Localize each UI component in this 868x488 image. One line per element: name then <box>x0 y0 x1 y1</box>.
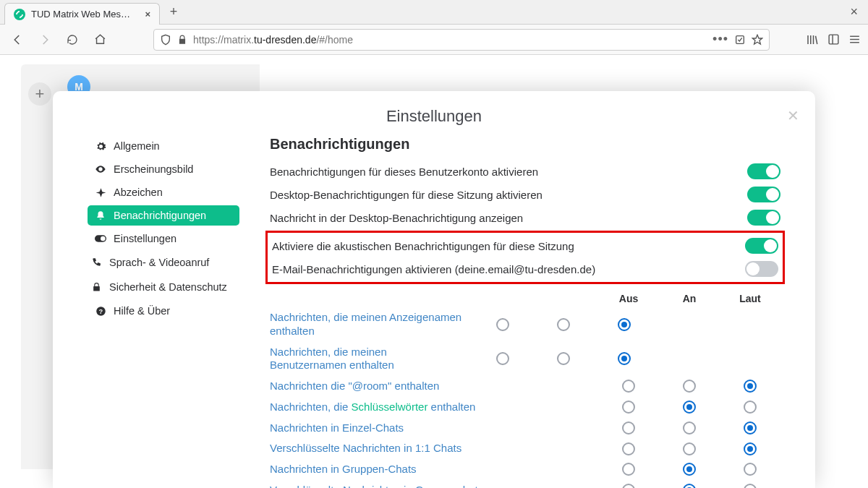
sidebar-item-label: Einstellungen <box>114 233 176 244</box>
library-icon[interactable] <box>806 33 819 46</box>
sidebar-item-label: Erscheinungsbild <box>114 163 193 175</box>
toggle-label: Desktop-Benachrichtigungen für diese Sit… <box>270 189 542 201</box>
permissions-shield-icon[interactable] <box>734 34 746 46</box>
toggle-row: Benachrichtigungen für dieses Benutzerko… <box>270 160 780 183</box>
rule-row: Nachrichten in Einzel-Chats <box>270 418 780 439</box>
rule-row: Verschlüsselte Nachrichten in 1:1 Chats <box>270 438 780 459</box>
radio-on[interactable] <box>683 463 696 476</box>
rule-label[interactable]: Nachrichten in Einzel-Chats <box>270 421 598 435</box>
toggle-row: Desktop-Benachrichtigungen für diese Sit… <box>270 183 780 206</box>
rule-label[interactable]: Nachrichten die "@room" enthalten <box>270 380 598 393</box>
sidebar-item-appearance[interactable]: Erscheinungsbild <box>88 159 239 179</box>
sidebar-item-label: Hilfe & Über <box>114 305 170 317</box>
radio-on[interactable] <box>683 442 696 455</box>
toggle-label: Nachricht in der Desktop-Benachrichtigun… <box>270 212 523 224</box>
sidebar-item-help[interactable]: ?Hilfe & Über <box>88 301 239 321</box>
home-button[interactable] <box>90 30 110 50</box>
col-off: Aus <box>598 293 659 304</box>
toggle-switch[interactable] <box>747 210 780 226</box>
svg-text:?: ? <box>98 307 102 314</box>
sidebar-item-general[interactable]: Allgemein <box>88 136 239 156</box>
sidebar-item-voice[interactable]: Sprach- & Videoanruf <box>88 252 239 273</box>
sidebar-item-label: Sprach- & Videoanruf <box>109 256 209 269</box>
settings-tabs: AllgemeinErscheinungsbildAbzeichenBenach… <box>88 136 239 488</box>
radio-on[interactable] <box>557 352 570 365</box>
radio-off[interactable] <box>622 401 635 414</box>
radio-on[interactable] <box>683 380 696 393</box>
col-on: An <box>659 293 720 304</box>
lock-icon[interactable] <box>177 35 187 45</box>
rule-row: Nachrichten in Gruppen-Chats <box>270 459 780 480</box>
radio-off[interactable] <box>622 463 635 476</box>
close-tab-icon[interactable]: × <box>145 9 150 20</box>
radio-loud[interactable] <box>618 318 631 331</box>
toggle-switch[interactable] <box>745 238 778 254</box>
browser-toolbar: https://matrix.tu-dresden.de/#/home ••• <box>0 25 868 55</box>
rule-label[interactable]: Verschlüsselte Nachrichten in 1:1 Chats <box>270 442 598 455</box>
tracking-shield-icon[interactable] <box>160 34 171 46</box>
plus-icon <box>95 187 106 198</box>
bookmark-star-icon[interactable] <box>752 34 763 46</box>
radio-off[interactable] <box>496 318 509 331</box>
radio-off[interactable] <box>496 352 509 365</box>
browser-tab-strip: TUD Matrix Web Messeng × + × <box>0 0 868 25</box>
radio-on[interactable] <box>683 484 696 488</box>
app-menu-icon[interactable] <box>848 33 861 46</box>
browser-tab[interactable]: TUD Matrix Web Messeng × <box>4 3 160 25</box>
toggle-label: E-Mail-Benachrichtigungen aktivieren (de… <box>272 263 595 275</box>
sidebar-item-notifications[interactable]: Benachrichtigungen <box>88 205 239 226</box>
new-tab-button[interactable]: + <box>164 3 183 22</box>
rule-row: Verschlüsselte Nachrichten in Gruppencha… <box>270 480 780 488</box>
radio-off[interactable] <box>622 484 635 488</box>
url-bar[interactable]: https://matrix.tu-dresden.de/#/home ••• <box>153 29 770 51</box>
toggle-label: Aktiviere die akustischen Benachrichtigu… <box>272 240 574 252</box>
sidebar-item-label: Abzeichen <box>114 187 163 198</box>
question-icon: ? <box>95 305 106 317</box>
toggle-row: E-Mail-Benachrichtigungen aktivieren (de… <box>272 257 778 281</box>
rule-label[interactable]: Verschlüsselte Nachrichten in Gruppencha… <box>270 484 598 488</box>
sidebar-item-security[interactable]: Sicherheit & Datenschutz <box>88 276 239 298</box>
reload-button[interactable] <box>62 30 82 50</box>
rule-label[interactable]: Nachrichten, die meinen Anzeigenamen ent… <box>270 311 472 338</box>
radio-on[interactable] <box>683 421 696 435</box>
section-heading: Benachrichtigungen <box>270 136 780 153</box>
svg-marker-11 <box>95 188 106 197</box>
rule-row: Nachrichten, die meinen Benutzernamen en… <box>270 342 780 377</box>
sidebar-item-label: Benachrichtigungen <box>114 210 206 221</box>
close-dialog-button[interactable]: ✕ <box>787 107 799 124</box>
nav-back-button[interactable] <box>7 30 27 50</box>
sidebar-toggle-icon[interactable] <box>827 33 840 46</box>
radio-on[interactable] <box>557 318 570 331</box>
radio-on[interactable] <box>683 401 696 414</box>
svg-line-5 <box>816 35 817 43</box>
radio-loud[interactable] <box>744 401 757 414</box>
radio-off[interactable] <box>622 380 635 393</box>
sidebar-item-label: Sicherheit & Datenschutz <box>109 281 227 294</box>
radio-loud[interactable] <box>744 421 757 435</box>
radio-loud[interactable] <box>744 463 757 476</box>
page-actions-icon[interactable]: ••• <box>712 32 728 47</box>
nav-forward-button[interactable] <box>35 30 55 50</box>
settings-dialog: ✕ Einstellungen AllgemeinErscheinungsbil… <box>53 91 815 488</box>
toggle-switch[interactable] <box>747 163 780 179</box>
radio-off[interactable] <box>622 442 635 455</box>
window-close-icon[interactable]: × <box>844 4 864 20</box>
toggle-label: Benachrichtigungen für dieses Benutzerko… <box>270 166 538 178</box>
rule-label[interactable]: Nachrichten in Gruppen-Chats <box>270 463 598 476</box>
radio-loud[interactable] <box>744 442 757 455</box>
lock-icon <box>90 281 102 293</box>
radio-off[interactable] <box>622 421 635 435</box>
radio-loud[interactable] <box>744 380 757 393</box>
radio-loud[interactable] <box>744 484 757 488</box>
toggle-switch[interactable] <box>747 187 780 202</box>
sidebar-item-flair[interactable]: Abzeichen <box>88 182 239 202</box>
rule-label[interactable]: Nachrichten, die Schlüsselwörter enthalt… <box>270 401 598 414</box>
rule-table-header: Aus An Laut <box>270 290 780 307</box>
rule-label[interactable]: Nachrichten, die meinen Benutzernamen en… <box>270 346 472 373</box>
sidebar-item-preferences[interactable]: Einstellungen <box>88 228 239 249</box>
eye-icon <box>95 163 106 175</box>
page-content: + M ✕ Einstellungen AllgemeinErscheinung… <box>0 55 868 488</box>
toggle-switch[interactable] <box>745 261 778 277</box>
add-space-button[interactable]: + <box>28 82 51 106</box>
radio-loud[interactable] <box>618 352 631 365</box>
